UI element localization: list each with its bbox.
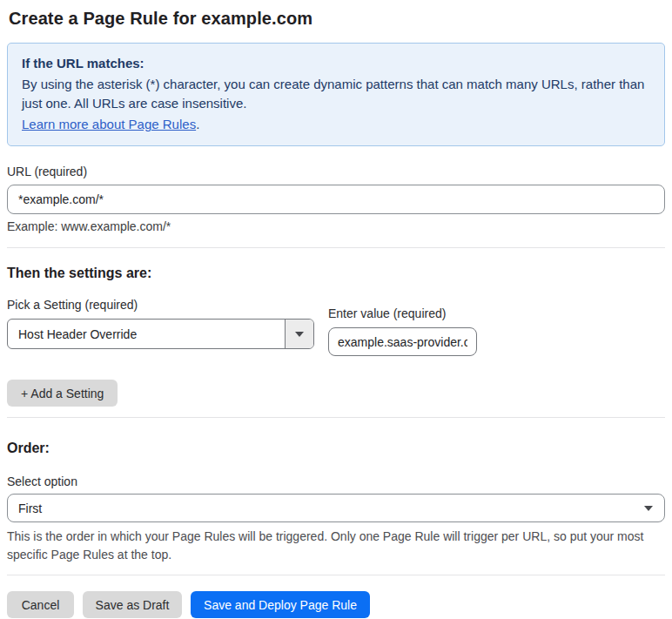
info-box-heading: If the URL matches: [22,54,650,73]
order-section-heading: Order: [7,441,665,456]
setting-value-label: Enter value (required) [328,306,477,320]
order-select-label: Select option [7,474,665,488]
cancel-button[interactable]: Cancel [7,591,74,618]
save-as-draft-button[interactable]: Save as Draft [83,591,182,618]
create-page-rule-form: Create a Page Rule for example.com If th… [0,0,672,618]
divider [7,247,665,248]
settings-section-heading: Then the settings are: [7,266,665,281]
order-help-text: This is the order in which your Page Rul… [7,528,651,564]
save-and-deploy-button[interactable]: Save and Deploy Page Rule [191,591,370,618]
order-select-value: First [8,501,644,515]
setting-select-arrow-button[interactable] [285,320,313,348]
chevron-down-icon [295,332,304,337]
setting-select-label: Pick a Setting (required) [7,298,314,312]
footer-actions: Cancel Save as Draft Save and Deploy Pag… [7,591,665,618]
link-suffix: . [196,117,199,131]
setting-select-column: Pick a Setting (required) Host Header Ov… [7,298,314,349]
setting-value-column: Enter value (required) [328,306,477,356]
url-match-info-box: If the URL matches: By using the asteris… [7,43,665,146]
order-select-arrow [644,506,664,511]
order-select[interactable]: First [7,494,665,522]
divider [7,575,665,575]
divider [7,417,665,418]
add-setting-button[interactable]: + Add a Setting [7,380,118,407]
settings-row: Pick a Setting (required) Host Header Ov… [7,298,665,356]
info-box-link-line: Learn more about Page Rules. [22,115,650,134]
chevron-down-icon [644,506,653,511]
setting-value-input[interactable] [328,327,477,356]
url-hint: Example: www.example.com/* [7,219,665,233]
setting-select-value: Host Header Override [8,327,285,341]
learn-more-link[interactable]: Learn more about Page Rules [22,117,196,131]
setting-select[interactable]: Host Header Override [7,319,314,349]
page-title: Create a Page Rule for example.com [9,9,665,29]
url-label: URL (required) [7,165,665,178]
url-input[interactable] [7,185,665,214]
info-box-body: By using the asterisk (*) character, you… [22,75,650,113]
